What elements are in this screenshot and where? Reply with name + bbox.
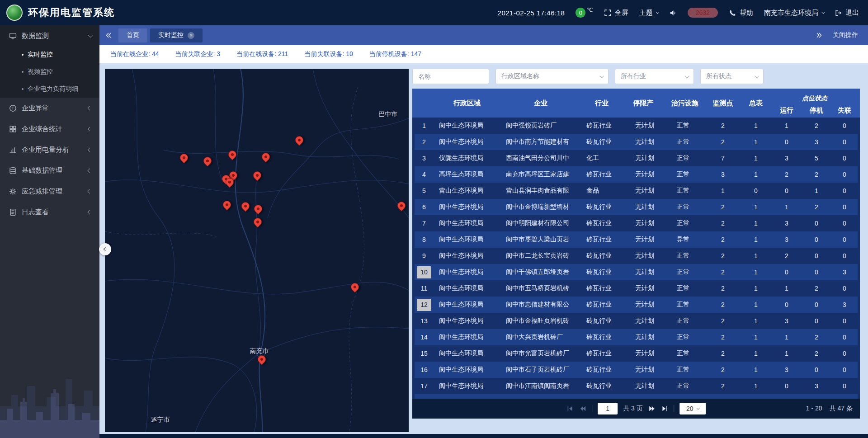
bar-chart-icon bbox=[9, 146, 17, 154]
facility-status-cell: 正常 bbox=[664, 248, 706, 264]
table-cell: 0 bbox=[772, 134, 802, 150]
status-dot-icon bbox=[628, 352, 632, 356]
next-page-button[interactable] bbox=[648, 405, 656, 412]
app-logo-icon bbox=[6, 5, 23, 21]
pin-icon bbox=[253, 203, 264, 215]
table-cell: 阆中生态环境局 bbox=[434, 297, 500, 313]
name-filter-input[interactable] bbox=[412, 69, 489, 84]
page-size-select[interactable]: 20 bbox=[679, 403, 706, 414]
sidebar-group[interactable]: 应急减排管理 bbox=[0, 181, 99, 202]
table-row[interactable]: 6阆中生态环境局阆中市金博瑞新型墙材砖瓦行业无计划正常21120 bbox=[415, 199, 858, 215]
close-icon[interactable]: × bbox=[188, 32, 194, 39]
table-cell: 2 bbox=[802, 199, 831, 215]
alert-count-badge[interactable]: 2632 bbox=[688, 8, 718, 18]
table-row[interactable]: 10阆中生态环境局阆中千佛镇五郎垭页岩砖瓦行业无计划正常21003 bbox=[415, 264, 858, 280]
table-row[interactable]: 13阆中生态环境局阆中市金福旺页岩机砖砖瓦行业无计划正常21300 bbox=[415, 313, 858, 329]
page-number-input[interactable] bbox=[598, 403, 618, 414]
map-collapse-button[interactable] bbox=[99, 243, 111, 255]
table-row[interactable]: 12阆中生态环境局阆中市忠信建材有限公砖瓦行业无计划正常21003 bbox=[415, 297, 858, 313]
sidebar-group[interactable]: 数据监测 bbox=[0, 25, 99, 46]
fullscreen-button[interactable]: 全屏 bbox=[604, 9, 628, 17]
row-number-highlight: 10 bbox=[417, 266, 431, 278]
pin-icon bbox=[252, 216, 263, 227]
status-dot-icon bbox=[628, 156, 632, 160]
status-dot-icon bbox=[670, 124, 674, 128]
tab[interactable]: 首页 bbox=[118, 28, 147, 42]
announcement-speaker-icon[interactable] bbox=[669, 9, 677, 17]
sidebar-item[interactable]: 企业电力负荷明细 bbox=[0, 80, 99, 98]
table-row[interactable]: 8阆中生态环境局阆中市枣碧大梁山页岩砖瓦行业无计划异常21300 bbox=[415, 231, 858, 248]
table-cell: 5 bbox=[802, 150, 831, 166]
temperature-unit: ℃ bbox=[587, 7, 593, 13]
sidebar-group[interactable]: 日志查看 bbox=[0, 202, 99, 222]
row-number-cell: 4 bbox=[415, 166, 434, 183]
industry-filter-select[interactable]: 所有行业 bbox=[615, 69, 694, 84]
last-page-button[interactable] bbox=[661, 405, 668, 412]
table-row[interactable]: 2阆中生态环境局阆中市南方节能建材有砖瓦行业无计划正常21030 bbox=[415, 134, 858, 150]
stat-label: 当前失联设备: bbox=[304, 50, 344, 57]
sidebar-section: 基础数据管理 bbox=[0, 160, 99, 181]
table-cell: 3 bbox=[772, 313, 802, 329]
status-dot-icon bbox=[628, 254, 632, 258]
table-row[interactable]: 1阆中生态环境局阆中强锐页岩砖厂砖瓦行业无计划正常21120 bbox=[415, 118, 858, 134]
table-cell: 1 bbox=[772, 329, 802, 345]
sidebar-item[interactable]: 视频监控 bbox=[0, 63, 99, 80]
table-row[interactable]: 5营山生态环境局营山县润丰肉食品有限食品无计划正常10010 bbox=[415, 183, 858, 199]
region-filter-select[interactable]: 行政区域名称 bbox=[495, 69, 609, 84]
datetime-label: 2021-02-25 17:46:18 bbox=[498, 9, 565, 17]
facility-status-cell: 正常 bbox=[664, 134, 706, 150]
table-row[interactable]: 14阆中生态环境局阆中大兴页岩机砖厂砖瓦行业无计划正常21120 bbox=[415, 329, 858, 345]
tabs-scroll-left-button[interactable] bbox=[99, 25, 118, 45]
table-cell: 2 bbox=[706, 297, 740, 313]
table-row[interactable]: 3仪陇生态环境局西南油气田分公司川中化工无计划正常71350 bbox=[415, 150, 858, 166]
first-page-button[interactable] bbox=[566, 405, 574, 412]
table-cell: 2 bbox=[802, 166, 831, 183]
sidebar-group[interactable]: 企业用电量分析 bbox=[0, 139, 99, 160]
sidebar-group[interactable]: 企业综合统计 bbox=[0, 118, 99, 139]
table-cell: 2 bbox=[772, 166, 802, 183]
map-panel[interactable]: 巴中市南充市遂宁市 bbox=[105, 69, 409, 432]
organization-menu[interactable]: 南充市生态环境局 bbox=[764, 9, 824, 17]
table-cell: 1 bbox=[740, 231, 772, 248]
table-row[interactable]: 4高坪生态环境局南充市高坪区王家店建砖瓦行业无计划正常31220 bbox=[415, 166, 858, 183]
theme-menu[interactable]: 主题 bbox=[639, 9, 658, 17]
facility-status-cell: 正常 bbox=[664, 264, 706, 280]
table-cell: 1 bbox=[740, 134, 772, 150]
table-cell: 2 bbox=[706, 394, 740, 399]
table-cell: 阆中市二龙长宝页岩砖 bbox=[500, 248, 581, 264]
sidebar-group[interactable]: 基础数据管理 bbox=[0, 160, 99, 181]
tabs-scroll-right-button[interactable] bbox=[810, 25, 828, 45]
table-cell: 0 bbox=[831, 362, 858, 378]
table-row[interactable]: 17阆中生态环境局阆中市江南镇阆南页岩砖瓦行业无计划正常21030 bbox=[415, 378, 858, 394]
pin-icon bbox=[221, 199, 232, 210]
table-cell: 2 bbox=[706, 199, 740, 215]
tab-bar: 首页实时监控× 关闭操作 bbox=[99, 25, 868, 45]
table-row[interactable]: 9阆中生态环境局阆中市二龙长宝页岩砖砖瓦行业无计划正常21200 bbox=[415, 248, 858, 264]
table-cell: 阆中生态环境局 bbox=[434, 378, 500, 394]
table-row[interactable]: 15阆中生态环境局阆中市光富页岩机砖厂砖瓦行业无计划正常21120 bbox=[415, 345, 858, 362]
table-cell: 3 bbox=[706, 166, 740, 183]
sidebar-group[interactable]: 企业异常 bbox=[0, 98, 99, 118]
status-dot-icon bbox=[670, 189, 674, 193]
row-number-cell: 9 bbox=[415, 248, 434, 264]
tab[interactable]: 实时监控× bbox=[150, 28, 203, 42]
table-cell: 3 bbox=[802, 394, 831, 399]
prev-page-button[interactable] bbox=[579, 405, 586, 412]
table-cell: 1 bbox=[740, 362, 772, 378]
table-row[interactable]: 7阆中生态环境局阆中明阳建材有限公司砖瓦行业无计划正常21300 bbox=[415, 215, 858, 231]
table-cell: 阆中大兴页岩机砖厂 bbox=[500, 329, 581, 345]
status-filter-select[interactable]: 所有状态 bbox=[700, 69, 764, 84]
table-cell: 0 bbox=[802, 264, 831, 280]
table-row[interactable]: 18南部生态环境局南部县建兴页岩砖厂砖瓦行业无计划正常21030 bbox=[415, 394, 858, 399]
sidebar-section: 企业用电量分析 bbox=[0, 139, 99, 160]
table-cell: 3 bbox=[802, 134, 831, 150]
help-button[interactable]: 帮助 bbox=[729, 9, 753, 17]
table-row[interactable]: 16阆中生态环境局阆中市石子页岩机砖厂砖瓦行业无计划正常21300 bbox=[415, 362, 858, 378]
logout-button[interactable]: 退出 bbox=[835, 9, 859, 17]
temperature-value: 0 bbox=[576, 8, 585, 18]
table-cell: 1 bbox=[740, 118, 772, 134]
table-row[interactable]: 11阆中生态环境局阆中市五马桥页岩机砖砖瓦行业无计划正常21120 bbox=[415, 280, 858, 297]
sidebar-item[interactable]: 实时监控 bbox=[0, 46, 99, 63]
close-operations-button[interactable]: 关闭操作 bbox=[833, 31, 858, 39]
pin-icon bbox=[396, 200, 407, 211]
